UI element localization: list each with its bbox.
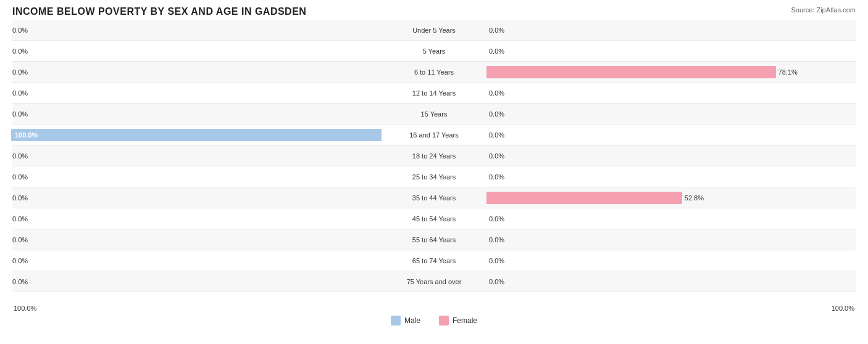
male-value-on-bar: 100.0% <box>15 131 42 139</box>
female-label: Female <box>453 316 477 325</box>
right-section: 0.0% <box>486 104 856 124</box>
row-label: 15 Years <box>382 110 486 118</box>
bottom-right-label: 100.0% <box>832 305 854 312</box>
male-value: 0.0% <box>12 110 28 118</box>
row-label: 25 to 34 Years <box>382 173 486 181</box>
male-value: 0.0% <box>12 215 28 223</box>
row-label: 75 Years and over <box>382 278 486 285</box>
left-section: 0.0% <box>12 250 382 271</box>
chart-row: 0.0%35 to 44 Years52.8% <box>12 187 856 208</box>
right-section: 0.0% <box>486 20 856 40</box>
chart-row: 0.0%45 to 54 Years0.0% <box>12 208 856 229</box>
female-value-after-bar: 78.1% <box>778 68 798 76</box>
source-text: Source: ZipAtlas.com <box>791 6 856 14</box>
left-section: 0.0% <box>12 145 382 166</box>
right-section: 0.0% <box>486 229 856 250</box>
female-value: 0.0% <box>489 278 504 285</box>
left-section: 0.0% <box>12 20 382 40</box>
row-label: 5 Years <box>382 47 486 55</box>
row-label: Under 5 Years <box>382 27 486 34</box>
female-value: 0.0% <box>489 215 504 223</box>
chart-row: 0.0%75 Years and over0.0% <box>12 271 856 292</box>
row-label: 16 and 17 Years <box>382 131 486 139</box>
female-color-box <box>439 316 449 326</box>
right-section: 52.8% <box>486 187 856 208</box>
legend-female: Female <box>439 316 477 326</box>
chart-row: 0.0%65 to 74 Years0.0% <box>12 250 856 271</box>
male-value: 0.0% <box>12 152 28 160</box>
row-label: 65 to 74 Years <box>382 257 486 264</box>
right-section: 0.0% <box>486 208 856 229</box>
legend-male: Male <box>391 316 420 326</box>
male-color-box <box>391 316 401 326</box>
left-section: 0.0% <box>12 208 382 229</box>
right-section: 0.0% <box>486 83 856 103</box>
chart-row: 0.0%5 Years0.0% <box>12 41 856 62</box>
female-value: 0.0% <box>489 257 504 264</box>
left-section: 0.0% <box>12 229 382 250</box>
male-value: 0.0% <box>12 194 28 202</box>
chart-row: 100.0%16 and 17 Years0.0% <box>12 125 856 145</box>
female-value: 0.0% <box>489 110 504 118</box>
legend: Male Female <box>12 316 856 326</box>
chart-title: INCOME BELOW POVERTY BY SEX AND AGE IN G… <box>12 6 856 17</box>
male-label: Male <box>404 316 420 325</box>
female-value-after-bar: 52.8% <box>685 194 704 202</box>
row-label: 18 to 24 Years <box>382 152 486 160</box>
right-section: 0.0% <box>486 125 856 145</box>
chart-row: 0.0%25 to 34 Years0.0% <box>12 166 856 187</box>
row-label: 12 to 14 Years <box>382 89 486 97</box>
chart-area: 0.0%Under 5 Years0.0%0.0%5 Years0.0%0.0%… <box>12 20 856 303</box>
row-label: 35 to 44 Years <box>382 194 486 202</box>
chart-row: 0.0%Under 5 Years0.0% <box>12 20 856 41</box>
female-value: 0.0% <box>489 236 504 244</box>
bottom-labels: 100.0% 100.0% <box>12 305 856 312</box>
left-section: 0.0% <box>12 83 382 103</box>
chart-row: 0.0%55 to 64 Years0.0% <box>12 229 856 250</box>
female-value: 0.0% <box>489 89 504 97</box>
left-section: 100.0% <box>12 125 382 145</box>
male-value: 0.0% <box>12 68 28 76</box>
chart-container: INCOME BELOW POVERTY BY SEX AND AGE IN G… <box>0 0 868 344</box>
right-section: 0.0% <box>486 250 856 271</box>
chart-row: 0.0%18 to 24 Years0.0% <box>12 145 856 166</box>
right-section: 0.0% <box>486 271 856 292</box>
row-label: 55 to 64 Years <box>382 236 486 244</box>
male-value: 0.0% <box>12 278 28 285</box>
female-value: 0.0% <box>489 131 504 139</box>
left-section: 0.0% <box>12 41 382 61</box>
left-section: 0.0% <box>12 271 382 292</box>
male-value: 0.0% <box>12 27 28 34</box>
left-section: 0.0% <box>12 62 382 82</box>
chart-body: 0.0%Under 5 Years0.0%0.0%5 Years0.0%0.0%… <box>12 20 856 292</box>
chart-row: 0.0%12 to 14 Years0.0% <box>12 83 856 104</box>
right-section: 78.1% <box>486 62 856 82</box>
row-label: 45 to 54 Years <box>382 215 486 223</box>
right-section: 0.0% <box>486 145 856 166</box>
female-value: 0.0% <box>489 47 504 55</box>
female-value: 0.0% <box>489 173 504 181</box>
right-section: 0.0% <box>486 166 856 187</box>
bottom-left-label: 100.0% <box>14 305 36 312</box>
right-section: 0.0% <box>486 41 856 61</box>
row-label: 6 to 11 Years <box>382 68 486 76</box>
chart-row: 0.0%15 Years0.0% <box>12 104 856 125</box>
left-section: 0.0% <box>12 187 382 208</box>
male-value: 0.0% <box>12 173 28 181</box>
left-section: 0.0% <box>12 166 382 187</box>
male-value: 0.0% <box>12 257 28 264</box>
male-value: 0.0% <box>12 236 28 244</box>
chart-row: 0.0%6 to 11 Years78.1% <box>12 62 856 83</box>
female-value: 0.0% <box>489 27 504 34</box>
male-value: 0.0% <box>12 89 28 97</box>
female-value: 0.0% <box>489 152 504 160</box>
male-value: 0.0% <box>12 47 28 55</box>
left-section: 0.0% <box>12 104 382 124</box>
